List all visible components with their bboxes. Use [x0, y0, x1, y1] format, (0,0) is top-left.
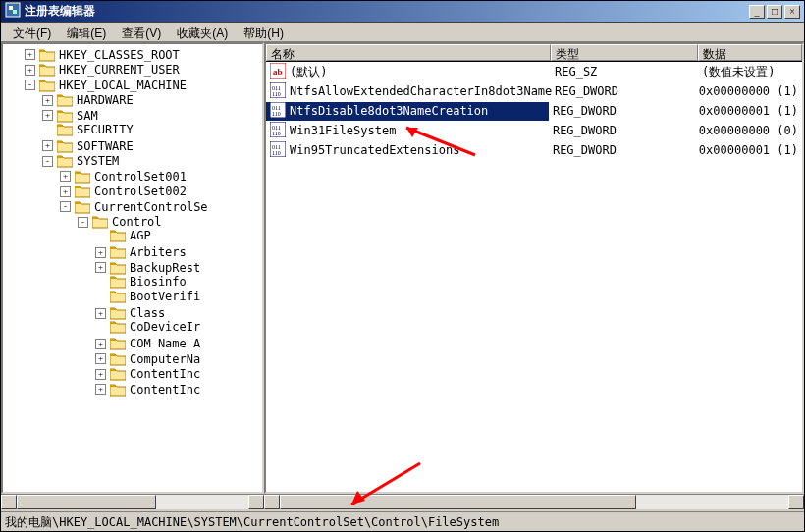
minimize-button[interactable]: _: [749, 5, 765, 19]
expander-icon[interactable]: -: [78, 217, 88, 228]
menu-favorites[interactable]: 收藏夹(A): [169, 25, 236, 39]
list-scrollbar-h[interactable]: [264, 494, 804, 509]
tree-node[interactable]: +HKEY_CURRENT_USER: [7, 62, 262, 78]
expander-icon[interactable]: +: [95, 339, 106, 349]
titlebar[interactable]: 注册表编辑器 _ □ ×: [1, 1, 804, 23]
tree-node[interactable]: -HKEY_LOCAL_MACHINE: [7, 77, 262, 92]
menubar: 文件(F) 编辑(E) 查看(V) 收藏夹(A) 帮助(H): [1, 23, 804, 42]
tree-label: ContentInc: [130, 367, 200, 381]
tree-label: Control: [112, 215, 162, 229]
expander-icon[interactable]: +: [42, 110, 53, 121]
menu-help[interactable]: 帮助(H): [236, 25, 292, 39]
value-data: 0x00000000 (0): [695, 124, 802, 137]
tree-node[interactable]: BootVerifi: [7, 290, 262, 305]
column-type[interactable]: 类型: [551, 44, 698, 61]
value-row[interactable]: 011110Win31FileSystemREG_DWORD0x00000000…: [266, 121, 802, 140]
tree-label: HKEY_LOCAL_MACHINE: [59, 79, 187, 92]
expander-icon[interactable]: +: [95, 262, 106, 273]
tree-node[interactable]: +ContentInc: [7, 381, 262, 397]
expander-icon[interactable]: +: [60, 171, 71, 182]
value-type: REG_DWORD: [549, 143, 695, 157]
scroll-thumb[interactable]: [17, 495, 156, 509]
svg-rect-2: [13, 10, 17, 14]
expander-icon[interactable]: +: [95, 384, 106, 395]
column-data[interactable]: 数据: [698, 44, 802, 61]
tree-label: HKEY_CLASSES_ROOT: [59, 48, 180, 62]
svg-text:110: 110: [272, 131, 281, 136]
statusbar: 我的电脑\HKEY_LOCAL_MACHINE\SYSTEM\CurrentCo…: [1, 511, 804, 531]
tree-node[interactable]: CoDeviceIr: [7, 320, 262, 336]
tree-node[interactable]: AGP: [7, 229, 262, 244]
scroll-left-button[interactable]: [264, 495, 280, 509]
close-button[interactable]: ×: [784, 5, 800, 19]
value-type: REG_DWORD: [549, 104, 695, 118]
expander-icon[interactable]: +: [42, 95, 53, 106]
tree-scrollbar-h[interactable]: [1, 494, 264, 509]
menu-view[interactable]: 查看(V): [114, 25, 169, 39]
binary-value-icon: 011110: [270, 102, 290, 121]
tree-node[interactable]: +ContentInc: [7, 366, 262, 382]
status-path: 我的电脑\HKEY_LOCAL_MACHINE\SYSTEM\CurrentCo…: [5, 515, 499, 529]
value-data: 0x00000000 (1): [695, 84, 802, 98]
expander-icon[interactable]: -: [60, 201, 71, 212]
tree-node[interactable]: -SYSTEM: [7, 153, 262, 169]
value-name: Win31FileSystem: [290, 124, 396, 137]
expander-icon[interactable]: +: [60, 186, 71, 197]
binary-value-icon: 011110: [270, 141, 290, 160]
expander-icon[interactable]: +: [95, 308, 106, 319]
value-name: NtfsDisable8dot3NameCreation: [290, 104, 488, 118]
expander-icon[interactable]: +: [95, 247, 106, 258]
expander-icon[interactable]: +: [95, 353, 106, 364]
menu-edit[interactable]: 编辑(E): [59, 25, 114, 39]
tree-node[interactable]: +Class: [7, 305, 262, 321]
column-name[interactable]: 名称: [266, 44, 551, 61]
tree-node[interactable]: +HKEY_CLASSES_ROOT: [7, 46, 262, 62]
value-row[interactable]: ab(默认)REG_SZ(数值未设置): [266, 62, 802, 81]
menu-file[interactable]: 文件(F): [5, 25, 59, 39]
tree-label: COM Name A: [130, 337, 200, 350]
value-row[interactable]: 011110NtfsDisable8dot3NameCreationREG_DW…: [266, 101, 802, 121]
tree-node[interactable]: +SAM: [7, 107, 262, 123]
tree-label: ControlSet002: [94, 185, 187, 198]
tree-node[interactable]: +HARDWARE: [7, 92, 262, 108]
list-body[interactable]: ab(默认)REG_SZ(数值未设置)011110NtfsAllowExtend…: [266, 62, 802, 492]
tree-label: ControlSet001: [94, 170, 187, 184]
expander-icon[interactable]: +: [25, 49, 35, 60]
svg-rect-1: [9, 6, 13, 10]
tree-label: SOFTWARE: [77, 139, 134, 153]
scroll-left-button[interactable]: [1, 495, 17, 509]
expander-icon[interactable]: +: [42, 140, 53, 151]
tree-node[interactable]: +BackupRest: [7, 259, 262, 275]
tree-pane[interactable]: +HKEY_CLASSES_ROOT+HKEY_CURRENT_USER-HKE…: [1, 42, 264, 494]
expander-icon[interactable]: -: [42, 156, 53, 167]
value-type: REG_DWORD: [551, 84, 695, 98]
window-title: 注册表编辑器: [25, 3, 747, 20]
tree-node[interactable]: +ControlSet001: [7, 168, 262, 184]
tree-node[interactable]: +ComputerNa: [7, 350, 262, 366]
tree-node[interactable]: +ControlSet002: [7, 184, 262, 199]
value-name: (默认): [290, 64, 327, 80]
value-row[interactable]: 011110Win95TruncatedExtensionsREG_DWORD0…: [266, 140, 802, 160]
tree-label: SYSTEM: [77, 154, 119, 168]
tree-node[interactable]: -Control: [7, 214, 262, 230]
svg-text:110: 110: [272, 150, 281, 156]
tree-node[interactable]: Biosinfo: [7, 275, 262, 291]
tree-label: BackupRest: [130, 261, 200, 275]
tree-node[interactable]: SECURITY: [7, 123, 262, 138]
scroll-right-button[interactable]: [788, 495, 804, 509]
tree-node[interactable]: +Arbiters: [7, 244, 262, 260]
tree-label: Class: [130, 306, 165, 320]
maximize-button[interactable]: □: [767, 5, 782, 19]
list-pane: 名称 类型 数据 ab(默认)REG_SZ(数值未设置)011110NtfsAl…: [264, 42, 804, 494]
expander-icon[interactable]: +: [95, 369, 106, 380]
tree-node[interactable]: -CurrentControlSe: [7, 198, 262, 214]
scroll-thumb[interactable]: [280, 495, 636, 509]
tree-node[interactable]: +COM Name A: [7, 336, 262, 351]
scroll-right-button[interactable]: [248, 495, 264, 509]
binary-value-icon: 011110: [270, 82, 290, 101]
tree-node[interactable]: +SOFTWARE: [7, 137, 262, 153]
expander-icon[interactable]: +: [25, 65, 35, 76]
expander-icon[interactable]: -: [25, 80, 35, 90]
value-row[interactable]: 011110NtfsAllowExtendedCharacterIn8dot3N…: [266, 81, 802, 101]
tree-label: SECURITY: [77, 123, 134, 136]
